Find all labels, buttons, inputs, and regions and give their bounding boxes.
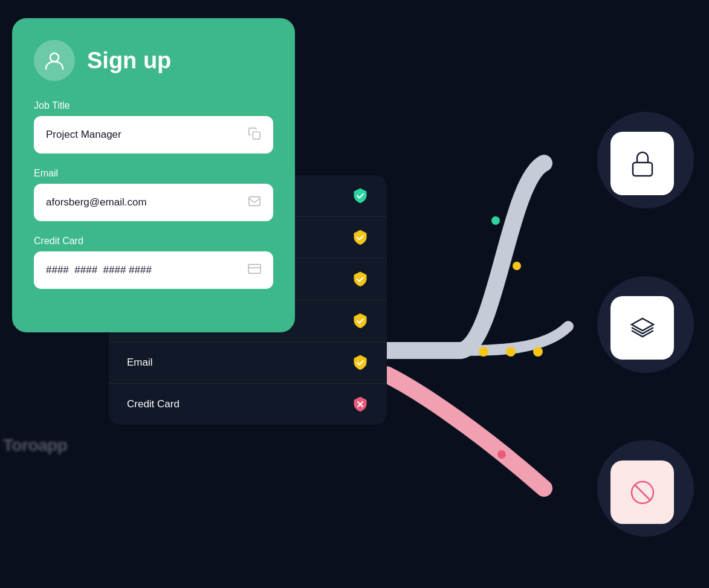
email-input[interactable] xyxy=(46,196,248,208)
shield-gold-icon xyxy=(352,229,369,246)
lock-box xyxy=(610,132,674,195)
user-icon xyxy=(44,50,65,71)
svg-point-1 xyxy=(513,262,521,270)
row-credit-card: Credit Card xyxy=(127,398,180,410)
card-header: Sign up xyxy=(34,40,273,81)
svg-point-0 xyxy=(491,216,500,225)
svg-rect-8 xyxy=(249,197,260,206)
email-icon xyxy=(248,195,261,210)
blocked-box xyxy=(610,460,674,524)
job-title-field-wrap xyxy=(34,116,273,153)
avatar xyxy=(34,40,75,81)
svg-point-6 xyxy=(50,53,59,62)
list-item: Credit Card xyxy=(109,384,387,425)
svg-point-2 xyxy=(479,347,488,357)
lock-icon xyxy=(627,148,658,179)
card-icon xyxy=(248,262,261,278)
email-label: Email xyxy=(34,168,273,179)
svg-point-3 xyxy=(506,347,516,357)
svg-rect-11 xyxy=(633,163,652,176)
shield-pink-icon xyxy=(352,396,369,413)
svg-point-4 xyxy=(533,347,543,357)
copy-icon xyxy=(248,127,261,143)
email-field-wrap xyxy=(34,184,273,221)
blocked-icon xyxy=(627,477,658,508)
credit-card-label: Credit Card xyxy=(34,236,273,247)
svg-point-5 xyxy=(497,450,506,459)
job-title-input[interactable] xyxy=(46,129,248,141)
row-email: Email xyxy=(127,357,153,369)
svg-rect-9 xyxy=(248,265,261,274)
credit-card-field-wrap xyxy=(34,251,273,289)
shield-gold-icon-2 xyxy=(352,271,369,288)
job-title-label: Job Title xyxy=(34,100,273,111)
list-item: Email xyxy=(109,342,387,384)
signup-card: Sign up Job Title Email Credit Card xyxy=(12,18,295,332)
credit-card-input[interactable] xyxy=(46,264,248,276)
card-title: Sign up xyxy=(87,48,171,74)
shield-gold-icon-3 xyxy=(352,312,369,329)
shield-gold-icon-email xyxy=(352,354,369,371)
shield-teal-icon xyxy=(352,187,369,204)
logo-text: Toroapp xyxy=(3,436,67,455)
layers-box xyxy=(610,296,674,360)
layers-icon xyxy=(627,312,658,344)
svg-rect-7 xyxy=(253,132,260,139)
